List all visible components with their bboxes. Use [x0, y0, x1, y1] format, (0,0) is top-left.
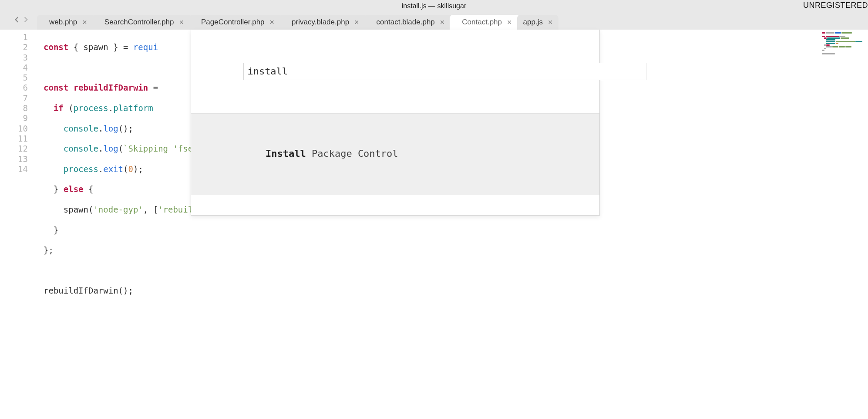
- code-area[interactable]: const { spawn } = requi const rebuildIfD…: [35, 30, 868, 419]
- nav-forward-icon[interactable]: [22, 16, 30, 25]
- nav-arrows: [13, 16, 30, 25]
- tab-bar: web.php × SearchController.php × PageCon…: [0, 12, 868, 30]
- command-palette-results: Install Package Control: [191, 113, 599, 195]
- tab-contact-php[interactable]: Contact.php ×: [450, 15, 519, 30]
- line-number: 10: [0, 124, 28, 134]
- command-palette-input[interactable]: [243, 63, 646, 80]
- close-icon[interactable]: ×: [354, 18, 359, 26]
- window-title: install.js — skillsugar: [402, 2, 466, 10]
- minimap[interactable]: [820, 30, 868, 419]
- line-number: 6: [0, 83, 28, 93]
- line-number: 8: [0, 103, 28, 113]
- close-icon[interactable]: ×: [270, 18, 275, 26]
- line-number: 12: [0, 144, 28, 154]
- line-number: 5: [0, 73, 28, 83]
- code-line: [44, 306, 868, 316]
- tab-label: PageController.php: [201, 18, 265, 27]
- window-titlebar: install.js — skillsugar: [0, 0, 868, 12]
- line-gutter: 1 2 3 4 5 6 7 8 9 10 11 12 13 14: [0, 30, 35, 419]
- close-icon[interactable]: ×: [82, 18, 87, 26]
- tab-app-js[interactable]: app.js ×: [517, 15, 559, 30]
- line-number: 11: [0, 134, 28, 144]
- line-number: 1: [0, 32, 28, 42]
- tab-privacy-blade[interactable]: privacy.blade.php ×: [279, 15, 367, 30]
- code-line: }: [44, 225, 868, 235]
- line-number: 9: [0, 113, 28, 123]
- app-window: install.js — skillsugar UNREGISTERED web…: [0, 0, 868, 419]
- tab-label: Contact.php: [462, 18, 502, 27]
- palette-item-highlight: Install: [266, 148, 306, 159]
- tab-label: app.js: [523, 18, 543, 27]
- palette-item-rest: Package Control: [306, 148, 398, 159]
- code-line: [44, 266, 868, 276]
- tab-label: privacy.blade.php: [292, 18, 349, 27]
- tab-label: web.php: [49, 18, 77, 27]
- tab-page-controller[interactable]: PageController.php ×: [189, 15, 282, 30]
- close-icon[interactable]: ×: [507, 18, 512, 26]
- editor[interactable]: 1 2 3 4 5 6 7 8 9 10 11 12 13 14 const {…: [0, 30, 868, 419]
- code-line: };: [44, 245, 868, 255]
- line-number: 7: [0, 93, 28, 103]
- line-number: 13: [0, 154, 28, 164]
- command-palette: Install Package Control: [191, 30, 600, 216]
- registration-status: UNREGISTERED: [803, 1, 868, 10]
- line-number: 4: [0, 63, 28, 73]
- close-icon[interactable]: ×: [548, 18, 553, 26]
- tab-label: contact.blade.php: [377, 18, 435, 27]
- command-palette-item[interactable]: Install Package Control: [191, 134, 599, 175]
- line-number: 14: [0, 164, 28, 174]
- line-number: 2: [0, 42, 28, 52]
- tab-web-php[interactable]: web.php ×: [37, 15, 95, 30]
- tab-search-controller[interactable]: SearchController.php ×: [92, 15, 192, 30]
- tab-label: SearchController.php: [104, 18, 174, 27]
- close-icon[interactable]: ×: [440, 18, 445, 26]
- code-line: rebuildIfDarwin();: [44, 286, 868, 296]
- tab-contact-blade[interactable]: contact.blade.php ×: [364, 15, 453, 30]
- nav-back-icon[interactable]: [13, 16, 21, 25]
- command-palette-input-wrap: [191, 50, 599, 93]
- close-icon[interactable]: ×: [179, 18, 184, 26]
- line-number: 3: [0, 53, 28, 63]
